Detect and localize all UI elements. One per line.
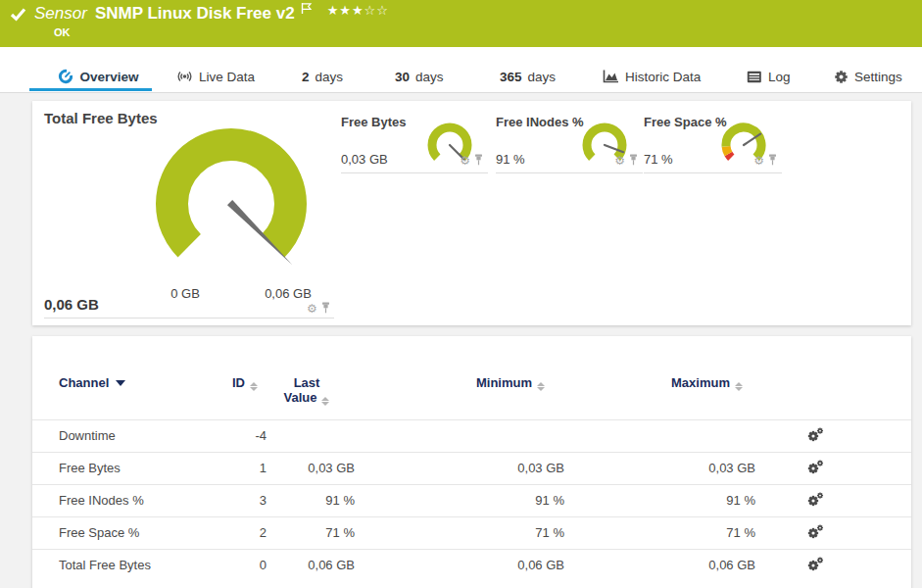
tab-bar: OverviewLive Data2days30days365daysHisto…: [0, 47, 922, 93]
channel-settings-icon[interactable]: [807, 463, 824, 477]
channel-last-value: 0,03 GB: [267, 452, 356, 484]
channel-name[interactable]: Free INodes %: [32, 484, 228, 516]
channel-settings-icon[interactable]: [807, 527, 824, 542]
channel-maximum: 0,06 GB: [565, 549, 756, 581]
gauge-title: Free Bytes: [341, 115, 406, 129]
column-header-last-value[interactable]: LastValue: [267, 372, 356, 419]
pin-icon[interactable]: [768, 152, 777, 170]
channel-maximum: 71 %: [565, 516, 756, 549]
main-gauge-scale-max: 0,06 GB: [249, 286, 327, 301]
ok-check-icon: [10, 7, 26, 22]
gauge-value: 91 %: [496, 152, 525, 167]
channel-row: Downtime-4: [32, 419, 911, 452]
channel-last-value: 91 %: [267, 484, 356, 516]
channel-maximum: [565, 419, 756, 452]
channels-table: Channel ID LastValue Minimum Maximum Dow…: [32, 372, 911, 581]
channel-maximum: 0,03 GB: [565, 452, 756, 484]
sort-toggle-icon: [321, 397, 329, 406]
column-header-maximum[interactable]: Maximum: [565, 372, 756, 419]
tab-log[interactable]: Log: [747, 61, 791, 92]
column-header-minimum[interactable]: Minimum: [356, 372, 565, 419]
main-gauge-value: 0,06 GB: [44, 296, 99, 313]
sensor-title: SNMP Linux Disk Free v2: [95, 4, 295, 24]
gauge-settings-icon[interactable]: ⚙: [753, 155, 764, 167]
channel-id: 1: [228, 452, 267, 484]
tab-overview[interactable]: Overview: [29, 61, 152, 92]
main-gauge: [138, 111, 324, 297]
historic-data-icon: [603, 70, 619, 83]
channel-row: Free Bytes10,03 GB0,03 GB0,03 GB: [32, 452, 911, 484]
channel-name[interactable]: Free Space %: [32, 516, 228, 549]
channel-id: 3: [228, 484, 267, 516]
channel-row: Free Space %271 %71 %71 %: [32, 516, 911, 549]
tab-2-days[interactable]: 2days: [302, 61, 343, 92]
gauge-tile-free-inodes: Free INodes % 91 % ⚙: [496, 108, 643, 173]
tab-live-data[interactable]: Live Data: [176, 61, 255, 92]
channel-last-value: [267, 419, 356, 452]
channel-minimum: 91 %: [356, 484, 565, 516]
channel-id: 0: [228, 549, 267, 581]
gauge-settings-icon[interactable]: ⚙: [307, 303, 317, 315]
channels-panel: Channel ID LastValue Minimum Maximum Dow…: [32, 336, 911, 588]
live-data-icon: [176, 69, 193, 84]
sort-toggle-icon: [735, 382, 743, 391]
channel-minimum: [356, 419, 565, 452]
gauge-tile-free-space: Free Space % 71 % ⚙: [644, 108, 782, 173]
gauges-panel: Total Free Bytes 0 GB 0,06 GB 0,06 GB ⚙ …: [32, 101, 911, 325]
sort-toggle-icon: [537, 382, 545, 391]
channel-name[interactable]: Free Bytes: [32, 452, 228, 484]
channel-last-value: 0,06 GB: [267, 549, 356, 581]
channel-settings-icon[interactable]: [807, 560, 824, 574]
settings-icon: [834, 70, 849, 84]
channel-settings-icon[interactable]: [807, 430, 824, 445]
channel-id: 2: [228, 516, 267, 549]
tab-settings[interactable]: Settings: [834, 61, 902, 92]
gauge-settings-icon[interactable]: ⚙: [460, 155, 470, 167]
column-header-channel[interactable]: Channel: [32, 372, 228, 419]
object-type-label: Sensor: [34, 4, 87, 24]
status-badge: OK: [54, 26, 71, 38]
channel-maximum: 91 %: [565, 484, 756, 516]
flag-icon[interactable]: [300, 2, 313, 15]
sort-desc-icon: [116, 380, 125, 386]
main-gauge-scale-min: 0 GB: [146, 286, 224, 301]
gauge-value: 71 %: [644, 152, 673, 167]
channel-row: Free INodes %391 %91 %91 %: [32, 484, 911, 516]
channel-minimum: 0,03 GB: [356, 452, 565, 484]
column-header-id[interactable]: ID: [228, 372, 267, 419]
channel-id: -4: [228, 419, 267, 452]
gauge-icon: [58, 69, 73, 84]
channel-name[interactable]: Total Free Bytes: [32, 549, 228, 581]
channel-minimum: 0,06 GB: [356, 549, 565, 581]
pin-icon[interactable]: [629, 152, 638, 170]
tab-365-days[interactable]: 365days: [500, 61, 556, 92]
sort-toggle-icon: [250, 382, 258, 391]
pin-icon[interactable]: [474, 152, 483, 170]
pin-icon[interactable]: [321, 300, 330, 318]
channel-row: Total Free Bytes00,06 GB0,06 GB0,06 GB: [32, 549, 911, 581]
gauge-title: Free Space %: [644, 115, 727, 129]
divider: [44, 318, 334, 318]
sensor-header: Sensor SNMP Linux Disk Free v2 ★★★☆☆ OK: [0, 0, 922, 47]
channel-last-value: 71 %: [267, 516, 356, 549]
gauge-settings-icon[interactable]: ⚙: [614, 155, 625, 167]
channel-settings-icon[interactable]: [807, 495, 824, 510]
gauge-tile-free-bytes: Free Bytes 0,03 GB ⚙: [341, 108, 488, 173]
channel-minimum: 71 %: [356, 516, 565, 549]
log-icon: [747, 71, 762, 83]
tab-30-days[interactable]: 30days: [395, 61, 444, 92]
tab-historic-data[interactable]: Historic Data: [603, 61, 701, 92]
priority-stars[interactable]: ★★★☆☆: [327, 3, 389, 18]
gauge-value: 0,03 GB: [341, 152, 388, 167]
channel-name[interactable]: Downtime: [32, 419, 228, 452]
gauge-title: Free INodes %: [496, 115, 584, 129]
